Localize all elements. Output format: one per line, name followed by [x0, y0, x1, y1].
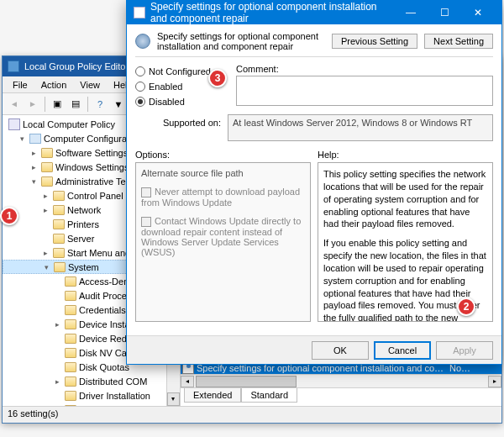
twisty-icon[interactable]: ▸	[53, 320, 62, 329]
scroll-down-icon[interactable]: ▾	[167, 392, 180, 406]
up-icon[interactable]: ▣	[49, 96, 66, 113]
tree-item[interactable]: Driver Installation	[3, 388, 180, 403]
tree-label: Distributed COM	[79, 376, 147, 387]
scroll-right-icon[interactable]: ▸	[488, 376, 501, 387]
callout-badge-3: 3	[208, 69, 227, 87]
folder-icon	[65, 291, 76, 301]
option-contact-wsus: Contact Windows Update directly to downl…	[141, 216, 305, 257]
folder-icon	[65, 391, 76, 401]
radio-icon	[135, 82, 145, 92]
callout-badge-1: 1	[0, 207, 18, 225]
forward-icon[interactable]: ►	[24, 96, 41, 113]
tree-label: Software Settings	[55, 148, 128, 158]
previous-setting-button[interactable]: Previous Setting	[332, 34, 417, 49]
maximize-button[interactable]: ☐	[428, 1, 461, 24]
scroll-left-icon[interactable]: ◂	[181, 376, 194, 387]
options-label: Options:	[135, 150, 311, 160]
dialog-title: Specify settings for optional component …	[150, 1, 394, 24]
comment-input[interactable]	[236, 76, 493, 106]
properties-icon[interactable]: ▤	[67, 96, 84, 113]
twisty-icon[interactable]: ▸	[53, 377, 62, 386]
menu-file[interactable]: File	[6, 78, 34, 92]
gpe-statusbar: 16 setting(s)	[3, 406, 501, 423]
minimize-button[interactable]: —	[394, 1, 428, 24]
policy-dialog: Specify settings for optional component …	[126, 0, 502, 365]
close-button[interactable]: ✕	[461, 1, 495, 24]
checkbox-icon	[141, 187, 151, 197]
checkbox-label: Contact Windows Update directly to downl…	[141, 216, 301, 257]
back-icon[interactable]: ◄	[6, 96, 23, 113]
callout-badge-2: 2	[457, 297, 475, 316]
options-box: Alternate source file path Never attempt…	[135, 162, 311, 322]
dialog-icon	[134, 7, 145, 18]
dialog-body: Specify settings for optional component …	[127, 24, 501, 329]
toolbar-separator	[87, 97, 88, 112]
dialog-footer: OK Cancel Apply	[127, 335, 501, 364]
folder-icon	[53, 248, 65, 258]
tree-label: Printers	[67, 219, 99, 229]
folder-icon	[41, 148, 53, 158]
tab-extended[interactable]: Extended	[184, 388, 241, 403]
tree-label: Windows Settings	[55, 162, 129, 172]
help-label: Help:	[318, 150, 493, 160]
config-row: Not Configured Enabled Disabled Comment:	[135, 64, 493, 109]
twisty-icon[interactable]: ▸	[41, 206, 50, 214]
help-paragraph: This policy setting specifies the networ…	[323, 168, 487, 230]
radio-disabled[interactable]: Disabled	[135, 94, 228, 109]
comment-label: Comment:	[236, 64, 493, 74]
gpe-app-icon	[8, 61, 19, 72]
radio-label: Not Configured	[149, 66, 211, 76]
tree-label: Server	[67, 234, 94, 244]
next-setting-button[interactable]: Next Setting	[424, 34, 493, 49]
tree-label: Local Computer Policy	[23, 119, 115, 129]
filter-icon[interactable]: ▼	[110, 96, 127, 113]
dialog-header-row: Specify settings for optional component …	[135, 31, 493, 51]
tab-standard[interactable]: Standard	[241, 388, 297, 403]
apply-button[interactable]: Apply	[436, 341, 493, 360]
folder-icon	[65, 348, 76, 358]
tree-item[interactable]: Early Launch Antima	[3, 403, 180, 406]
folder-icon	[53, 191, 65, 201]
twisty-icon[interactable]: ▸	[41, 249, 50, 257]
cancel-button[interactable]: Cancel	[374, 341, 431, 360]
radio-label: Enabled	[149, 82, 182, 92]
folder-icon	[53, 219, 65, 229]
tree-label: Disk Quotas	[79, 362, 129, 372]
folder-icon	[65, 362, 76, 372]
folder-icon	[41, 162, 53, 172]
twisty-icon[interactable]: ▾	[29, 177, 39, 186]
gpe-title: Local Group Policy Editor	[24, 61, 129, 71]
status-text: 16 setting(s)	[8, 408, 59, 419]
scroll-thumb[interactable]	[196, 376, 297, 387]
options-help-row: Options: Alternate source file path Neve…	[135, 150, 493, 322]
folder-icon	[41, 176, 53, 187]
radio-icon	[135, 97, 145, 107]
list-h-scrollbar[interactable]: ◂▸	[181, 374, 501, 387]
help-icon[interactable]: ?	[92, 96, 108, 113]
twisty-icon[interactable]: ▸	[29, 163, 39, 171]
options-column: Options: Alternate source file path Neve…	[135, 150, 311, 322]
folder-icon	[65, 276, 76, 287]
menu-action[interactable]: Action	[34, 78, 74, 92]
supported-text: At least Windows Server 2012, Windows 8 …	[228, 114, 493, 141]
tree-label: Early Launch Antima	[79, 405, 164, 407]
comment-column: Comment:	[236, 64, 493, 109]
dialog-titlebar[interactable]: Specify settings for optional component …	[127, 1, 501, 24]
twisty-icon[interactable]: ▸	[41, 192, 50, 200]
config-icon	[29, 134, 41, 144]
menu-view[interactable]: View	[73, 78, 107, 92]
radio-icon	[135, 66, 145, 76]
supported-row: Supported on: At least Windows Server 20…	[135, 114, 493, 141]
checkbox-icon	[141, 217, 151, 227]
tree-label: Driver Installation	[79, 391, 150, 401]
toolbar-separator	[45, 97, 45, 112]
policy-root-icon	[8, 118, 20, 130]
folder-icon	[53, 205, 65, 215]
folder-icon	[65, 319, 76, 329]
twisty-icon[interactable]: ▾	[42, 263, 51, 271]
ok-button[interactable]: OK	[312, 341, 369, 360]
folder-icon	[65, 405, 76, 407]
twisty-icon[interactable]: ▾	[18, 134, 27, 143]
twisty-icon[interactable]: ▸	[29, 149, 39, 157]
tree-item[interactable]: ▸Distributed COM	[3, 374, 180, 388]
